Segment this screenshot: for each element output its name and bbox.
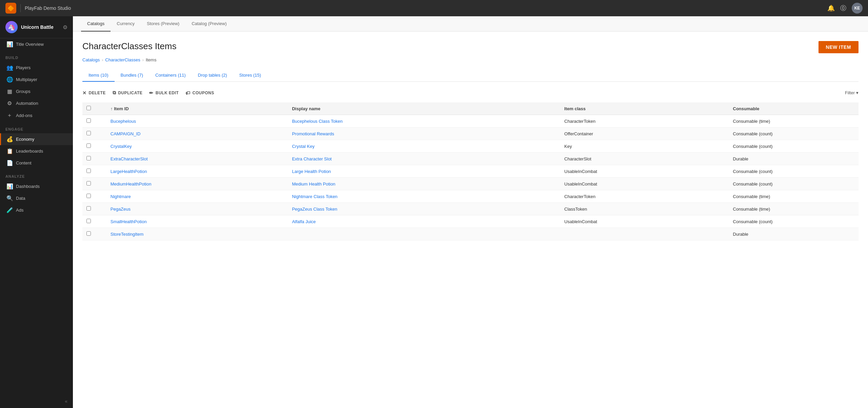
sidebar-item-players[interactable]: 👥 Players xyxy=(0,62,73,74)
sub-tab-stores[interactable]: Stores (15) xyxy=(233,69,267,82)
economy-icon: 💰 xyxy=(6,136,13,142)
tab-currency[interactable]: Currency xyxy=(111,16,141,32)
sort-asc-icon: ↑ xyxy=(111,106,113,111)
topbar-divider xyxy=(20,4,21,12)
items-table: ↑ Item ID Display name Item class Consum… xyxy=(82,102,859,240)
row-item-id[interactable]: Nightmare xyxy=(106,190,288,203)
row-checkbox[interactable] xyxy=(86,194,91,198)
sidebar-collapse-button[interactable]: « xyxy=(0,394,73,408)
topbar: 🔶 PlayFab Demo Studio 🔔 ⓪ KE xyxy=(0,0,868,16)
tab-catalogs[interactable]: Catalogs xyxy=(81,16,111,32)
filter-button[interactable]: Filter ▾ xyxy=(845,90,859,95)
row-display-name[interactable]: Nightmare Class Token xyxy=(288,190,560,203)
row-checkbox[interactable] xyxy=(86,206,91,211)
row-item-id[interactable]: SmallHealthPotion xyxy=(106,215,288,228)
row-item-id[interactable]: Bucephelous xyxy=(106,115,288,128)
sidebar-item-addons[interactable]: ＋ Add-ons xyxy=(0,109,73,122)
sidebar-item-economy[interactable]: 💰 Economy xyxy=(0,133,73,145)
tab-catalog-preview[interactable]: Catalog (Preview) xyxy=(185,16,233,32)
row-display-name[interactable]: Crystal Key xyxy=(288,140,560,153)
row-checkbox[interactable] xyxy=(86,156,91,160)
row-display-name[interactable]: Bucephelous Class Token xyxy=(288,115,560,128)
sidebar-item-data[interactable]: 🔍 Data xyxy=(0,192,73,204)
row-display-name[interactable]: Extra Character Slot xyxy=(288,153,560,165)
row-checkbox[interactable] xyxy=(86,181,91,186)
project-settings-icon[interactable]: ⚙ xyxy=(63,24,67,31)
sidebar-item-addons-label: Add-ons xyxy=(16,113,32,118)
row-item-class: CharacterToken xyxy=(560,190,729,203)
tab-stores-preview[interactable]: Stores (Preview) xyxy=(141,16,185,32)
row-checkbox-cell xyxy=(82,228,106,240)
user-avatar[interactable]: KE xyxy=(852,3,863,14)
row-item-id[interactable]: ExtraCharacterSlot xyxy=(106,153,288,165)
row-display-name[interactable]: Medium Health Potion xyxy=(288,178,560,190)
col-header-display-name[interactable]: Display name xyxy=(288,102,560,115)
duplicate-button[interactable]: ⧉ DUPLICATE xyxy=(113,89,143,97)
row-display-name[interactable]: Alfalfa Juice xyxy=(288,215,560,228)
delete-button[interactable]: ✕ DELETE xyxy=(82,89,106,97)
sub-tab-containers[interactable]: Containers (11) xyxy=(149,69,192,82)
sidebar-item-groups[interactable]: ▦ Groups xyxy=(0,85,73,97)
row-checkbox[interactable] xyxy=(86,118,91,123)
row-checkbox[interactable] xyxy=(86,131,91,135)
row-display-name[interactable]: Promotional Rewards xyxy=(288,128,560,140)
col-header-item-id[interactable]: ↑ Item ID xyxy=(106,102,288,115)
row-consumable: Consumable (count) xyxy=(729,178,859,190)
table-row: CrystalKey Crystal Key Key Consumable (c… xyxy=(82,140,859,153)
row-item-id[interactable]: LargeHealthPotion xyxy=(106,165,288,178)
col-header-item-class[interactable]: Item class xyxy=(560,102,729,115)
table-row: StoreTestingItem Durable xyxy=(82,228,859,240)
row-item-id[interactable]: MediumHealthPotion xyxy=(106,178,288,190)
row-item-id[interactable]: StoreTestingItem xyxy=(106,228,288,240)
row-display-name[interactable]: Large Health Potion xyxy=(288,165,560,178)
sub-tab-drop-tables[interactable]: Drop tables (2) xyxy=(192,69,233,82)
bulk-edit-button[interactable]: ✏ BULK EDIT xyxy=(149,89,179,97)
coupons-button[interactable]: 🏷 COUPONS xyxy=(185,89,214,97)
project-icon: 🦄 xyxy=(5,21,18,33)
notification-icon[interactable]: 🔔 xyxy=(827,4,835,12)
breadcrumb-character-classes[interactable]: CharacterClasses xyxy=(105,57,140,62)
row-item-id[interactable]: CrystalKey xyxy=(106,140,288,153)
row-item-class: Key xyxy=(560,140,729,153)
sidebar-item-ads[interactable]: 🧪 Ads xyxy=(0,204,73,216)
row-checkbox-cell xyxy=(82,203,106,215)
sidebar-item-automation[interactable]: ⚙ Automation xyxy=(0,97,73,109)
row-item-class: UsableInCombat xyxy=(560,165,729,178)
sidebar-section-engage: ENGAGE xyxy=(0,122,73,133)
row-item-id[interactable]: PegaZeus xyxy=(106,203,288,215)
row-checkbox[interactable] xyxy=(86,143,91,148)
sidebar-item-leaderboards[interactable]: 📋 Leaderboards xyxy=(0,145,73,157)
new-item-button[interactable]: NEW ITEM xyxy=(818,41,859,53)
sidebar: 🦄 Unicorn Battle ⚙ 📊 Title Overview BUIL… xyxy=(0,16,73,408)
row-checkbox-cell xyxy=(82,153,106,165)
sidebar-item-dashboards-label: Dashboards xyxy=(16,184,40,189)
sidebar-item-title-overview-label: Title Overview xyxy=(16,42,44,47)
col-header-consumable[interactable]: Consumable xyxy=(729,102,859,115)
row-checkbox[interactable] xyxy=(86,219,91,223)
project-name: Unicorn Battle xyxy=(21,24,54,30)
sidebar-item-dashboards[interactable]: 📊 Dashboards xyxy=(0,180,73,192)
row-checkbox[interactable] xyxy=(86,169,91,173)
ads-icon: 🧪 xyxy=(6,207,13,213)
sidebar-item-content[interactable]: 📄 Content xyxy=(0,157,73,169)
row-checkbox-cell xyxy=(82,165,106,178)
sub-tab-items[interactable]: Items (10) xyxy=(82,69,115,82)
row-display-name[interactable]: PegaZeus Class Token xyxy=(288,203,560,215)
data-icon: 🔍 xyxy=(6,195,13,201)
table-row: SmallHealthPotion Alfalfa Juice UsableIn… xyxy=(82,215,859,228)
row-item-class: CharacterSlot xyxy=(560,153,729,165)
select-all-checkbox[interactable] xyxy=(86,106,91,110)
sidebar-item-title-overview[interactable]: 📊 Title Overview xyxy=(0,38,73,50)
sidebar-item-multiplayer[interactable]: 🌐 Multiplayer xyxy=(0,74,73,85)
row-checkbox[interactable] xyxy=(86,231,91,236)
row-consumable: Consumable (time) xyxy=(729,190,859,203)
breadcrumb-catalogs[interactable]: Catalogs xyxy=(82,57,100,62)
row-display-name[interactable] xyxy=(288,228,560,240)
breadcrumb: Catalogs › CharacterClasses › Items xyxy=(82,57,859,62)
row-consumable: Durable xyxy=(729,153,859,165)
sub-tab-bundles[interactable]: Bundles (7) xyxy=(115,69,149,82)
help-icon[interactable]: ⓪ xyxy=(840,4,846,12)
row-item-class: CharacterToken xyxy=(560,115,729,128)
row-item-class: UsableInCombat xyxy=(560,215,729,228)
row-item-id[interactable]: CAMPAIGN_ID xyxy=(106,128,288,140)
